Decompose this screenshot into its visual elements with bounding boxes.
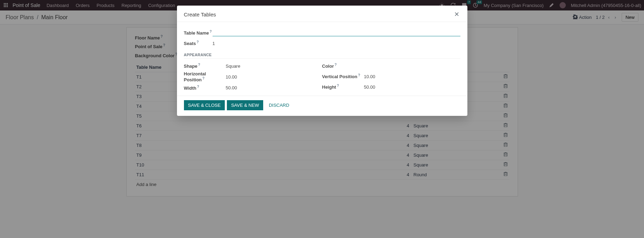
save-new-button[interactable]: SAVE & NEW	[227, 100, 263, 110]
height-value[interactable]: 50.00	[364, 84, 376, 90]
close-icon[interactable]: ✕	[453, 10, 460, 18]
width-value[interactable]: 50.00	[226, 85, 237, 90]
modal-overlay: Create Tables ✕ Table Name? Seats? 1 APP…	[0, 0, 644, 238]
label-shape: Shape?	[184, 63, 226, 69]
label-table-name: Table Name?	[184, 30, 213, 36]
seats-value[interactable]: 1	[213, 41, 215, 46]
label-height: Height?	[322, 84, 364, 90]
modal-footer: SAVE & CLOSE SAVE & NEW DISCARD	[177, 96, 467, 116]
discard-button[interactable]: DISCARD	[265, 100, 293, 110]
label-width: Width?	[184, 85, 226, 91]
hpos-value[interactable]: 10.00	[226, 74, 237, 80]
table-name-input[interactable]	[213, 29, 460, 36]
label-seats: Seats?	[184, 40, 213, 46]
save-close-button[interactable]: SAVE & CLOSE	[184, 100, 225, 110]
shape-value[interactable]: Square	[226, 64, 240, 69]
vpos-value[interactable]: 10.00	[364, 74, 376, 79]
modal: Create Tables ✕ Table Name? Seats? 1 APP…	[177, 6, 467, 116]
section-appearance: APPEARANCE	[184, 53, 460, 59]
modal-header: Create Tables ✕	[177, 6, 467, 22]
label-horizontal-position: Horizontal Position?	[184, 71, 226, 82]
modal-title: Create Tables	[184, 12, 216, 17]
label-vertical-position: Vertical Position?	[322, 73, 364, 79]
modal-body: Table Name? Seats? 1 APPEARANCE Shape? S…	[177, 22, 467, 96]
label-color: Color?	[322, 63, 364, 69]
